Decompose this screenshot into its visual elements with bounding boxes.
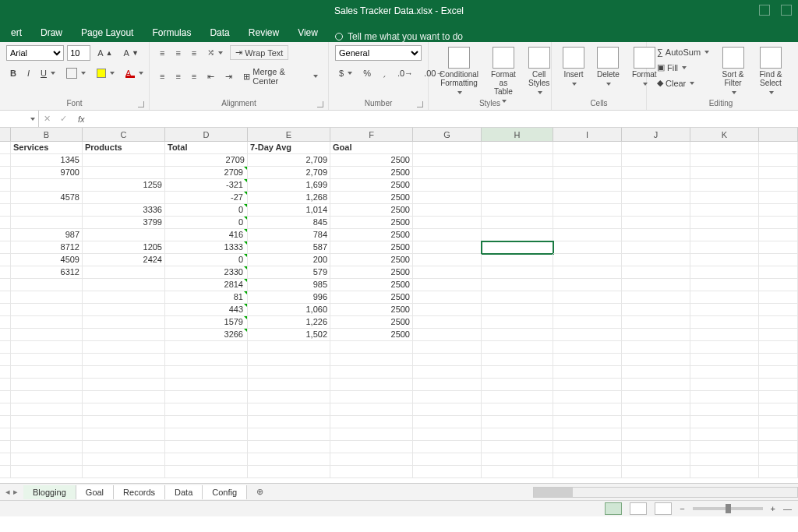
cell-H-8[interactable] bbox=[482, 229, 553, 241]
sheet-tab-blogging[interactable]: Blogging bbox=[23, 485, 76, 499]
cell-B-1[interactable]: Services bbox=[11, 142, 83, 154]
column-header-K[interactable]: K bbox=[690, 128, 759, 141]
cell-K-5[interactable] bbox=[690, 192, 759, 204]
cell-edge[interactable] bbox=[0, 154, 11, 167]
font-name-select[interactable]: Arial bbox=[6, 45, 64, 61]
cell-D-3[interactable]: 2709 bbox=[165, 167, 248, 179]
sort-filter-button[interactable]: Sort & Filter bbox=[716, 45, 750, 97]
sheet-tab-data[interactable]: Data bbox=[165, 485, 203, 499]
cell-edge[interactable] bbox=[759, 391, 798, 403]
sheet-tab-config[interactable]: Config bbox=[203, 485, 247, 499]
fill-button[interactable]: ▣ Fill bbox=[653, 60, 713, 75]
cell-J-24[interactable] bbox=[622, 428, 690, 441]
cell-C-26[interactable] bbox=[83, 453, 165, 466]
cell-edge[interactable] bbox=[0, 316, 11, 329]
cell-H-12[interactable] bbox=[482, 279, 553, 291]
cell-E-1[interactable]: 7-Day Avg bbox=[248, 142, 330, 154]
ribbon-display-icon[interactable] bbox=[781, 5, 792, 16]
cell-H-2[interactable] bbox=[482, 154, 553, 167]
cell-K-17[interactable] bbox=[690, 341, 759, 354]
cell-C-7[interactable]: 3799 bbox=[83, 217, 165, 229]
cell-G-11[interactable] bbox=[413, 266, 482, 279]
cell-edge[interactable] bbox=[0, 366, 11, 379]
cell-F-22[interactable] bbox=[330, 403, 413, 416]
cell-edge[interactable] bbox=[0, 241, 11, 254]
cell-edge[interactable] bbox=[759, 142, 798, 154]
cell-H-1[interactable] bbox=[482, 142, 553, 154]
cell-edge[interactable] bbox=[759, 304, 798, 316]
normal-view-button[interactable] bbox=[605, 502, 622, 515]
cell-B-8[interactable]: 987 bbox=[11, 229, 83, 241]
cell-E-10[interactable]: 200 bbox=[248, 254, 330, 266]
cell-G-20[interactable] bbox=[413, 379, 482, 391]
cell-D-10[interactable]: 0 bbox=[165, 254, 248, 266]
alignment-dialog-launcher[interactable] bbox=[317, 101, 323, 107]
cell-D-4[interactable]: -321 bbox=[165, 179, 248, 192]
cell-G-26[interactable] bbox=[413, 453, 482, 466]
cell-D-8[interactable]: 416 bbox=[165, 229, 248, 241]
cell-edge[interactable] bbox=[759, 416, 798, 428]
cell-E-27[interactable] bbox=[248, 466, 330, 478]
cell-E-20[interactable] bbox=[248, 379, 330, 391]
cell-B-17[interactable] bbox=[11, 341, 83, 354]
cell-F-25[interactable] bbox=[330, 441, 413, 453]
cell-K-8[interactable] bbox=[690, 229, 759, 241]
cell-C-24[interactable] bbox=[83, 428, 165, 441]
cell-J-16[interactable] bbox=[622, 329, 690, 341]
cell-K-1[interactable] bbox=[690, 142, 759, 154]
cell-J-25[interactable] bbox=[622, 441, 690, 453]
cell-J-5[interactable] bbox=[622, 192, 690, 204]
cell-B-4[interactable] bbox=[11, 179, 83, 192]
cell-K-7[interactable] bbox=[690, 217, 759, 229]
cell-F-4[interactable]: 2500 bbox=[330, 179, 413, 192]
cell-C-23[interactable] bbox=[83, 416, 165, 428]
cell-E-13[interactable]: 996 bbox=[248, 291, 330, 304]
cell-K-26[interactable] bbox=[690, 453, 759, 466]
cell-D-15[interactable]: 1579 bbox=[165, 316, 248, 329]
cell-K-18[interactable] bbox=[690, 354, 759, 366]
cell-K-11[interactable] bbox=[690, 266, 759, 279]
cell-D-25[interactable] bbox=[165, 441, 248, 453]
cell-edge[interactable] bbox=[0, 167, 11, 179]
cell-H-19[interactable] bbox=[482, 366, 553, 379]
cell-edge[interactable] bbox=[759, 204, 798, 217]
bold-button[interactable]: B bbox=[6, 66, 20, 80]
cell-C-17[interactable] bbox=[83, 341, 165, 354]
cell-D-5[interactable]: -27 bbox=[165, 192, 248, 204]
cell-F-23[interactable] bbox=[330, 416, 413, 428]
align-right-button[interactable]: ≡ bbox=[188, 69, 200, 83]
cell-edge[interactable] bbox=[759, 266, 798, 279]
cell-I-2[interactable] bbox=[553, 154, 622, 167]
cell-G-10[interactable] bbox=[413, 254, 482, 266]
cell-D-6[interactable]: 0 bbox=[165, 204, 248, 217]
cell-K-24[interactable] bbox=[690, 428, 759, 441]
italic-button[interactable]: I bbox=[23, 66, 34, 80]
ribbon-help-icon[interactable] bbox=[759, 5, 770, 16]
cell-G-21[interactable] bbox=[413, 391, 482, 403]
cell-J-2[interactable] bbox=[622, 154, 690, 167]
conditional-formatting-button[interactable]: Conditional Formatting bbox=[435, 45, 483, 97]
cell-edge[interactable] bbox=[759, 229, 798, 241]
cell-I-10[interactable] bbox=[553, 254, 622, 266]
cell-I-21[interactable] bbox=[553, 391, 622, 403]
cell-F-12[interactable]: 2500 bbox=[330, 279, 413, 291]
ribbon-tab-ert[interactable]: ert bbox=[2, 23, 31, 42]
cell-D-21[interactable] bbox=[165, 391, 248, 403]
insert-cells-button[interactable]: Insert bbox=[558, 45, 589, 89]
cell-C-3[interactable] bbox=[83, 167, 165, 179]
cell-J-17[interactable] bbox=[622, 341, 690, 354]
cell-K-3[interactable] bbox=[690, 167, 759, 179]
border-button[interactable] bbox=[62, 65, 90, 81]
cell-K-23[interactable] bbox=[690, 416, 759, 428]
cell-B-22[interactable] bbox=[11, 403, 83, 416]
align-bottom-button[interactable]: ≡ bbox=[188, 46, 200, 60]
cell-C-4[interactable]: 1259 bbox=[83, 179, 165, 192]
cell-edge[interactable] bbox=[759, 291, 798, 304]
cell-J-6[interactable] bbox=[622, 204, 690, 217]
cell-K-19[interactable] bbox=[690, 366, 759, 379]
column-header-B[interactable]: B bbox=[11, 128, 83, 141]
cell-K-12[interactable] bbox=[690, 279, 759, 291]
cell-J-18[interactable] bbox=[622, 354, 690, 366]
column-header-I[interactable]: I bbox=[553, 128, 622, 141]
comma-format-button[interactable]: ˏ bbox=[378, 65, 390, 80]
